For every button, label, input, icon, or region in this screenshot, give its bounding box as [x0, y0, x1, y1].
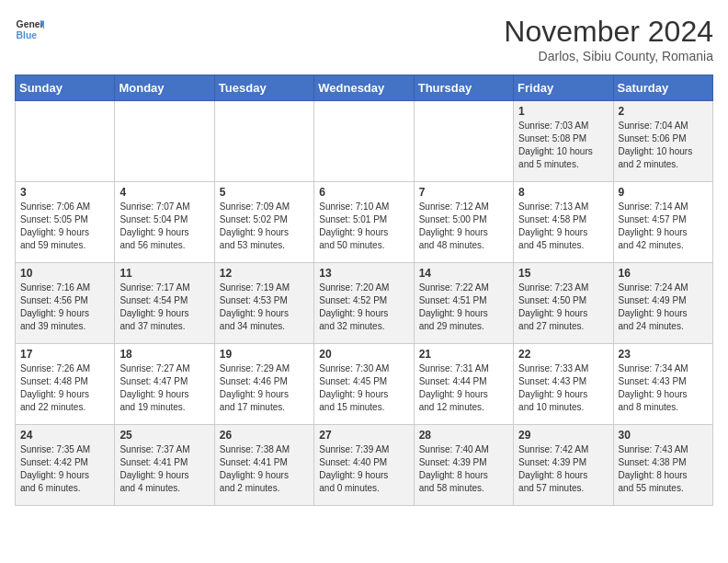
- day-cell: 5Sunrise: 7:09 AM Sunset: 5:02 PM Daylig…: [214, 182, 313, 263]
- day-number: 21: [419, 348, 508, 361]
- day-number: 16: [619, 267, 708, 280]
- day-info: Sunrise: 7:14 AM Sunset: 4:57 PM Dayligh…: [619, 201, 708, 252]
- day-info: Sunrise: 7:04 AM Sunset: 5:06 PM Dayligh…: [619, 120, 708, 171]
- day-info: Sunrise: 7:30 AM Sunset: 4:45 PM Dayligh…: [319, 362, 408, 414]
- week-row-1: 3Sunrise: 7:06 AM Sunset: 5:05 PM Daylig…: [16, 182, 713, 263]
- day-info: Sunrise: 7:17 AM Sunset: 4:54 PM Dayligh…: [119, 282, 209, 333]
- week-row-4: 24Sunrise: 7:35 AM Sunset: 4:42 PM Dayli…: [16, 425, 713, 506]
- day-cell: 20Sunrise: 7:30 AM Sunset: 4:45 PM Dayli…: [314, 344, 414, 425]
- logo-icon: General Blue: [15, 15, 44, 44]
- day-cell: 18Sunrise: 7:27 AM Sunset: 4:47 PM Dayli…: [115, 344, 214, 425]
- day-info: Sunrise: 7:39 AM Sunset: 4:40 PM Dayligh…: [319, 443, 408, 495]
- day-info: Sunrise: 7:16 AM Sunset: 4:56 PM Dayligh…: [20, 282, 109, 333]
- day-cell: [16, 101, 115, 182]
- day-number: 15: [518, 267, 608, 280]
- day-cell: 1Sunrise: 7:03 AM Sunset: 5:08 PM Daylig…: [514, 101, 613, 182]
- day-cell: 26Sunrise: 7:38 AM Sunset: 4:41 PM Dayli…: [214, 425, 313, 506]
- day-info: Sunrise: 7:19 AM Sunset: 4:53 PM Dayligh…: [220, 282, 309, 333]
- day-info: Sunrise: 7:29 AM Sunset: 4:46 PM Dayligh…: [220, 362, 309, 414]
- day-number: 2: [619, 105, 708, 118]
- day-info: Sunrise: 7:20 AM Sunset: 4:52 PM Dayligh…: [319, 282, 408, 333]
- day-number: 28: [419, 429, 508, 442]
- svg-text:General: General: [17, 19, 44, 29]
- day-number: 10: [20, 267, 109, 280]
- day-info: Sunrise: 7:22 AM Sunset: 4:51 PM Dayligh…: [419, 282, 508, 333]
- day-number: 26: [220, 429, 309, 442]
- day-info: Sunrise: 7:03 AM Sunset: 5:08 PM Dayligh…: [518, 120, 608, 171]
- header-saturday: Saturday: [613, 75, 712, 101]
- day-cell: 19Sunrise: 7:29 AM Sunset: 4:46 PM Dayli…: [214, 344, 313, 425]
- day-cell: 21Sunrise: 7:31 AM Sunset: 4:44 PM Dayli…: [414, 344, 513, 425]
- day-info: Sunrise: 7:27 AM Sunset: 4:47 PM Dayligh…: [119, 362, 209, 414]
- day-cell: 27Sunrise: 7:39 AM Sunset: 4:40 PM Dayli…: [314, 425, 414, 506]
- day-info: Sunrise: 7:13 AM Sunset: 4:58 PM Dayligh…: [518, 201, 608, 252]
- header-monday: Monday: [115, 75, 214, 101]
- day-info: Sunrise: 7:33 AM Sunset: 4:43 PM Dayligh…: [518, 362, 608, 414]
- week-row-3: 17Sunrise: 7:26 AM Sunset: 4:48 PM Dayli…: [16, 344, 713, 425]
- svg-text:Blue: Blue: [17, 30, 38, 40]
- day-cell: 14Sunrise: 7:22 AM Sunset: 4:51 PM Dayli…: [414, 263, 513, 344]
- day-cell: 16Sunrise: 7:24 AM Sunset: 4:49 PM Dayli…: [613, 263, 712, 344]
- day-number: 18: [119, 348, 209, 361]
- day-number: 3: [20, 186, 109, 199]
- day-cell: 4Sunrise: 7:07 AM Sunset: 5:04 PM Daylig…: [115, 182, 214, 263]
- day-cell: 15Sunrise: 7:23 AM Sunset: 4:50 PM Dayli…: [514, 263, 613, 344]
- day-cell: 22Sunrise: 7:33 AM Sunset: 4:43 PM Dayli…: [514, 344, 613, 425]
- header-thursday: Thursday: [414, 75, 513, 101]
- day-number: 24: [20, 429, 109, 442]
- day-number: 4: [119, 186, 209, 199]
- day-number: 25: [119, 429, 209, 442]
- day-info: Sunrise: 7:06 AM Sunset: 5:05 PM Dayligh…: [20, 201, 109, 252]
- day-cell: 12Sunrise: 7:19 AM Sunset: 4:53 PM Dayli…: [214, 263, 313, 344]
- day-info: Sunrise: 7:31 AM Sunset: 4:44 PM Dayligh…: [419, 362, 508, 414]
- day-cell: [314, 101, 414, 182]
- day-cell: 9Sunrise: 7:14 AM Sunset: 4:57 PM Daylig…: [613, 182, 712, 263]
- day-info: Sunrise: 7:43 AM Sunset: 4:38 PM Dayligh…: [619, 443, 708, 495]
- header-tuesday: Tuesday: [214, 75, 313, 101]
- week-row-0: 1Sunrise: 7:03 AM Sunset: 5:08 PM Daylig…: [16, 101, 713, 182]
- day-number: 5: [220, 186, 309, 199]
- header-wednesday: Wednesday: [314, 75, 414, 101]
- day-cell: [414, 101, 513, 182]
- calendar-table: SundayMondayTuesdayWednesdayThursdayFrid…: [15, 75, 713, 506]
- day-number: 29: [518, 429, 608, 442]
- day-number: 12: [220, 267, 309, 280]
- day-cell: 24Sunrise: 7:35 AM Sunset: 4:42 PM Dayli…: [16, 425, 115, 506]
- day-cell: [214, 101, 313, 182]
- day-info: Sunrise: 7:26 AM Sunset: 4:48 PM Dayligh…: [20, 362, 109, 414]
- day-cell: 2Sunrise: 7:04 AM Sunset: 5:06 PM Daylig…: [613, 101, 712, 182]
- day-cell: 17Sunrise: 7:26 AM Sunset: 4:48 PM Dayli…: [16, 344, 115, 425]
- day-info: Sunrise: 7:09 AM Sunset: 5:02 PM Dayligh…: [220, 201, 309, 252]
- header-sunday: Sunday: [16, 75, 115, 101]
- day-info: Sunrise: 7:37 AM Sunset: 4:41 PM Dayligh…: [119, 443, 209, 495]
- day-number: 20: [319, 348, 408, 361]
- day-number: 13: [319, 267, 408, 280]
- week-row-2: 10Sunrise: 7:16 AM Sunset: 4:56 PM Dayli…: [16, 263, 713, 344]
- day-cell: 25Sunrise: 7:37 AM Sunset: 4:41 PM Dayli…: [115, 425, 214, 506]
- day-info: Sunrise: 7:42 AM Sunset: 4:39 PM Dayligh…: [518, 443, 608, 495]
- logo: General Blue: [15, 15, 44, 44]
- day-number: 30: [619, 429, 708, 442]
- day-cell: 23Sunrise: 7:34 AM Sunset: 4:43 PM Dayli…: [613, 344, 712, 425]
- day-number: 1: [518, 105, 608, 118]
- day-number: 27: [319, 429, 408, 442]
- day-info: Sunrise: 7:10 AM Sunset: 5:01 PM Dayligh…: [319, 201, 408, 252]
- day-info: Sunrise: 7:23 AM Sunset: 4:50 PM Dayligh…: [518, 282, 608, 333]
- title-area: November 2024 Darlos, Sibiu County, Roma…: [504, 15, 713, 63]
- month-title: November 2024: [504, 15, 713, 49]
- day-info: Sunrise: 7:40 AM Sunset: 4:39 PM Dayligh…: [419, 443, 508, 495]
- day-cell: 10Sunrise: 7:16 AM Sunset: 4:56 PM Dayli…: [16, 263, 115, 344]
- day-number: 7: [419, 186, 508, 199]
- subtitle: Darlos, Sibiu County, Romania: [504, 49, 713, 63]
- day-info: Sunrise: 7:38 AM Sunset: 4:41 PM Dayligh…: [220, 443, 309, 495]
- day-info: Sunrise: 7:35 AM Sunset: 4:42 PM Dayligh…: [20, 443, 109, 495]
- day-cell: 7Sunrise: 7:12 AM Sunset: 5:00 PM Daylig…: [414, 182, 513, 263]
- day-number: 14: [419, 267, 508, 280]
- day-number: 11: [119, 267, 209, 280]
- day-number: 23: [619, 348, 708, 361]
- day-number: 8: [518, 186, 608, 199]
- header-row: SundayMondayTuesdayWednesdayThursdayFrid…: [16, 75, 713, 101]
- day-cell: 28Sunrise: 7:40 AM Sunset: 4:39 PM Dayli…: [414, 425, 513, 506]
- day-info: Sunrise: 7:24 AM Sunset: 4:49 PM Dayligh…: [619, 282, 708, 333]
- day-number: 17: [20, 348, 109, 361]
